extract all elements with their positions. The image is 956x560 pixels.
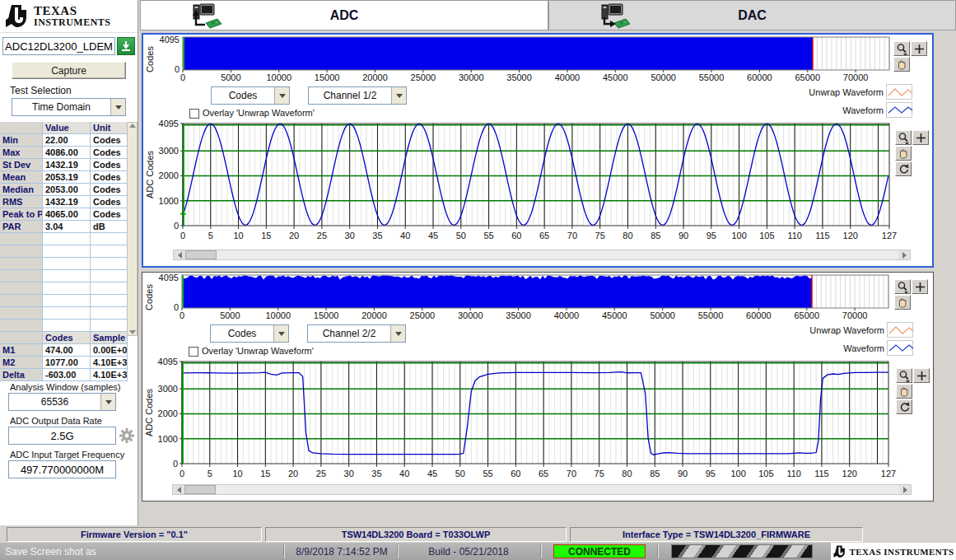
ch2-channel-dropdown[interactable]: Channel 2/2 (307, 324, 406, 343)
legend-unwrap-label: Unwrap Waveform (809, 87, 884, 97)
ch1-channel-dropdown[interactable]: Channel 1/2 (308, 86, 407, 105)
ch1-legend-unwrap[interactable]: Unwrap Waveform (809, 84, 912, 100)
x-tick-label: 105 (759, 231, 774, 240)
device-download-button[interactable] (117, 37, 135, 55)
ch1-units-dropdown[interactable]: Codes (211, 86, 290, 105)
adc-input-freq-input[interactable]: 497.770000000M (8, 460, 116, 478)
row-value (91, 245, 128, 258)
stats-table: ValueUnitMin22.00CodesMax4086.00CodesSt … (0, 122, 138, 282)
zoom-reset-icon[interactable] (896, 399, 912, 414)
ch1-hscrollbar[interactable] (173, 250, 911, 260)
x-tick-label: 20000 (362, 72, 388, 82)
pan-hand-icon[interactable] (895, 146, 912, 161)
capture-button[interactable]: Capture (12, 62, 126, 79)
row-label: Delta (0, 369, 43, 381)
separator (540, 544, 542, 558)
table-row: Min22.00Codes (0, 134, 138, 147)
ch2-hscrollbar[interactable] (172, 484, 912, 495)
x-tick-label: 95 (706, 469, 716, 478)
pan-hand-icon[interactable] (893, 57, 910, 72)
tab-dac[interactable]: DAC (548, 0, 956, 30)
ch2-overview-chart[interactable]: 0500010000150002000025000300003500040000… (144, 273, 926, 320)
row-label: Max (0, 147, 43, 159)
table-empty-row (0, 270, 138, 282)
waveform-line-icon (887, 340, 913, 356)
unwrap-waveform-line-icon (886, 84, 912, 100)
scroll-down-icon[interactable] (129, 330, 136, 334)
x-tick-label: 25000 (410, 310, 436, 320)
scroll-up-icon[interactable] (129, 124, 136, 128)
zoom-tool-icon[interactable] (894, 279, 911, 294)
ch1-units-value: Codes (212, 87, 274, 104)
test-selection-label: Test Selection (10, 85, 138, 96)
row-value (91, 270, 128, 282)
ch1-legend-waveform[interactable]: Waveform (842, 102, 912, 118)
x-tick-label: 80 (623, 231, 632, 240)
x-tick-label: 20 (288, 469, 298, 478)
row-value (43, 270, 91, 282)
row-label: M2 (0, 357, 43, 369)
empty-cell (0, 282, 43, 295)
empty-cell (0, 307, 43, 320)
x-tick-label: 75 (595, 469, 604, 478)
x-tick-label: 30 (344, 469, 354, 478)
crosshair-tool-icon[interactable] (913, 368, 930, 383)
scroll-left-icon[interactable] (174, 250, 185, 259)
scroll-left-icon[interactable] (173, 485, 184, 494)
scrollbar-thumb[interactable] (185, 250, 217, 259)
empty-cell (43, 307, 91, 320)
row-value: Codes (91, 134, 128, 147)
ch2-units-dropdown[interactable]: Codes (210, 324, 289, 343)
x-tick-label: 60 (511, 469, 520, 478)
x-tick-label: 15 (260, 469, 270, 478)
crosshair-tool-icon[interactable] (911, 41, 927, 56)
save-screenshot-link[interactable]: Save Screen shot as (5, 543, 96, 560)
device-selector-input[interactable]: ADC12DL3200_LDEM (2, 37, 115, 55)
x-tick-label: 55 (483, 469, 492, 478)
x-tick-label: 5 (208, 469, 212, 478)
zoom-tool-icon[interactable] (895, 130, 912, 145)
test-selection-dropdown[interactable]: Time Domain (12, 98, 126, 116)
x-tick-label: 65000 (795, 72, 820, 82)
crosshair-tool-icon[interactable] (912, 279, 928, 294)
tab-adc[interactable]: ADC (140, 0, 548, 30)
empty-cell (43, 320, 91, 332)
pan-hand-icon[interactable] (896, 384, 912, 399)
x-tick-label: 50 (456, 231, 466, 240)
ch2-legend-unwrap[interactable]: Unwrap Waveform (809, 322, 913, 338)
row-value: Codes (43, 332, 91, 344)
analysis-window-dropdown[interactable]: 65536 (8, 393, 116, 411)
scrollbar-thumb[interactable] (184, 485, 216, 494)
channel1-panel: 0500010000150002000025000300003500040000… (142, 33, 934, 268)
x-tick-label: 60000 (747, 72, 772, 82)
table-scrollbar[interactable] (127, 122, 138, 336)
ch2-channel-value: Channel 2/2 (308, 325, 390, 342)
pan-hand-icon[interactable] (894, 295, 911, 310)
x-tick-label: 40 (399, 469, 409, 478)
x-tick-label: 15000 (314, 310, 339, 320)
scroll-right-icon[interactable] (899, 485, 911, 494)
x-tick-label: 110 (786, 469, 801, 478)
datetime-label: 8/9/2018 7:14:52 PM (290, 543, 394, 560)
zoom-tool-icon[interactable] (893, 41, 910, 56)
x-tick-label: 0 (180, 310, 184, 320)
zoom-tool-icon[interactable] (896, 368, 912, 383)
ch2-legend-waveform[interactable]: Waveform (843, 340, 913, 356)
test-selection-value: Time Domain (12, 99, 110, 115)
table-row: Median2053.00Codes (0, 184, 138, 196)
unwrap-waveform-line-icon (887, 322, 913, 338)
table-row: St Dev1432.19Codes (0, 159, 138, 171)
ch1-overlay-checkbox[interactable] (189, 109, 199, 119)
settings-gear-icon[interactable] (119, 427, 135, 446)
x-tick-label: 15 (261, 231, 271, 240)
ch1-waveform-chart[interactable]: 0510152025303540455055606570758085909510… (145, 120, 927, 245)
analysis-window-value: 65536 (9, 394, 100, 410)
crosshair-tool-icon[interactable] (912, 130, 929, 145)
zoom-reset-icon[interactable] (895, 161, 912, 176)
ch2-overlay-checkbox[interactable] (189, 347, 198, 357)
ch1-overview-chart[interactable]: 0500010000150002000025000300003500040000… (145, 35, 927, 82)
footer-ti-logo: Texas Instruments (831, 543, 956, 560)
scroll-right-icon[interactable] (898, 250, 910, 259)
adc-output-rate-input[interactable]: 2.5G (8, 427, 116, 445)
ch2-waveform-chart[interactable]: 0510152025303540455055606570758085909510… (144, 358, 926, 483)
